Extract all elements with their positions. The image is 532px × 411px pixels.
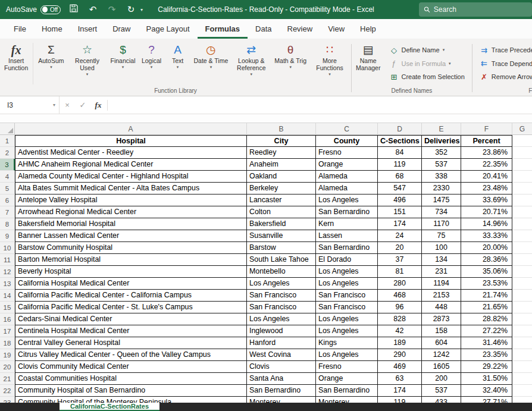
row-header-14[interactable]: 14 xyxy=(0,290,15,302)
cell[interactable]: 2330 xyxy=(422,183,461,194)
ribbon-recently-used-button[interactable]: ☆Recently Used▾ xyxy=(67,40,107,87)
cell[interactable]: 1170 xyxy=(422,218,461,230)
row-header-6[interactable]: 6 xyxy=(0,194,15,206)
cell[interactable] xyxy=(512,313,532,325)
cell[interactable] xyxy=(512,183,532,194)
cell[interactable]: California Pacific Medical Center - Cali… xyxy=(15,290,247,302)
cell[interactable] xyxy=(512,194,532,206)
cell[interactable]: Adventist Medical Center - Reedley xyxy=(15,147,247,159)
ribbon-more-functions-button[interactable]: ∷More Functions▾ xyxy=(309,40,350,87)
cell[interactable]: San Bernardino xyxy=(316,242,378,254)
cell[interactable]: San Bernardino xyxy=(316,385,378,397)
column-header-E[interactable]: E xyxy=(422,123,461,135)
cell[interactable]: 468 xyxy=(378,290,422,302)
row-header-22[interactable]: 22 xyxy=(0,385,15,397)
sheet-tab-active[interactable]: CaliforniaC-SectionRates xyxy=(60,403,159,411)
cell[interactable]: 448 xyxy=(422,302,461,313)
cell[interactable]: 604 xyxy=(422,337,461,349)
row-header-15[interactable]: 15 xyxy=(0,302,15,313)
cell[interactable]: Santa Ana xyxy=(247,373,316,385)
row-header-20[interactable]: 20 xyxy=(0,361,15,373)
cell[interactable]: Los Angeles xyxy=(247,278,316,290)
cell[interactable] xyxy=(512,325,532,337)
cell[interactable]: 2153 xyxy=(422,290,461,302)
enter-button[interactable]: ✓ xyxy=(75,101,90,109)
search-box[interactable] xyxy=(419,2,532,17)
cell[interactable]: 189 xyxy=(378,337,422,349)
tab-page-layout[interactable]: Page Layout xyxy=(139,19,198,39)
quick-access-caret-icon[interactable]: ▾ xyxy=(140,7,143,12)
row-header-5[interactable]: 5 xyxy=(0,183,15,194)
ribbon-financial-button[interactable]: $Financial▾ xyxy=(107,40,138,87)
cell[interactable]: 21.65% xyxy=(461,302,512,313)
column-header-D[interactable]: D xyxy=(378,123,422,135)
cell[interactable]: Los Angeles xyxy=(316,278,378,290)
cell[interactable]: 20.41% xyxy=(461,171,512,183)
column-header-F[interactable]: F xyxy=(461,123,512,135)
cell[interactable]: 547 xyxy=(378,183,422,194)
cell[interactable]: 23.53% xyxy=(461,278,512,290)
cell[interactable] xyxy=(512,397,532,403)
cell[interactable] xyxy=(512,373,532,385)
cell[interactable] xyxy=(512,218,532,230)
search-input[interactable] xyxy=(434,5,527,14)
cell[interactable] xyxy=(512,230,532,242)
row-header-16[interactable]: 16 xyxy=(0,313,15,325)
cell[interactable]: 2873 xyxy=(422,313,461,325)
ribbon-trace-dependents-button[interactable]: ⇇Trace Dependents xyxy=(476,57,532,70)
cell[interactable]: 75 xyxy=(422,230,461,242)
cell[interactable]: Colton xyxy=(247,206,316,218)
cell[interactable]: Coastal Communities Hospital xyxy=(15,373,247,385)
cell[interactable]: Community Hospital of San Bernardino xyxy=(15,385,247,397)
name-box-caret-icon[interactable]: ▾ xyxy=(53,102,55,108)
cell[interactable]: 23.48% xyxy=(461,183,512,194)
cell[interactable]: Bakersfield Memorial Hospital xyxy=(15,218,247,230)
tab-file[interactable]: File xyxy=(6,19,34,39)
tab-help[interactable]: Help xyxy=(352,19,384,39)
cell[interactable]: 27.71% xyxy=(461,397,512,403)
cell[interactable]: Kings xyxy=(316,337,378,349)
cell[interactable]: 734 xyxy=(422,206,461,218)
row-header-8[interactable]: 8 xyxy=(0,218,15,230)
column-header-C[interactable]: C xyxy=(316,123,378,135)
tab-view[interactable]: View xyxy=(320,19,352,39)
cell[interactable]: 1194 xyxy=(422,278,461,290)
cell[interactable] xyxy=(512,159,532,171)
cell[interactable]: 200 xyxy=(422,373,461,385)
cell[interactable]: Beverly Hospital xyxy=(15,266,247,278)
cell[interactable] xyxy=(512,302,532,313)
cell[interactable]: Fresno xyxy=(316,147,378,159)
ribbon-math-trig-button[interactable]: θMath & Trig▾ xyxy=(271,40,309,87)
cell[interactable] xyxy=(512,290,532,302)
row-header-17[interactable]: 17 xyxy=(0,325,15,337)
cell[interactable]: Percent xyxy=(461,135,512,147)
cell[interactable]: 27.22% xyxy=(461,325,512,337)
cell[interactable]: 151 xyxy=(378,206,422,218)
cell[interactable]: 338 xyxy=(422,171,461,183)
cell[interactable]: 23.35% xyxy=(461,349,512,361)
cell[interactable] xyxy=(512,135,532,147)
cell[interactable] xyxy=(512,337,532,349)
cell[interactable]: 174 xyxy=(378,385,422,397)
cell[interactable]: 20.00% xyxy=(461,242,512,254)
save-button[interactable] xyxy=(68,0,80,19)
cell[interactable]: Monterey xyxy=(316,397,378,403)
column-header-G[interactable]: G xyxy=(512,123,532,135)
cell[interactable]: AHMC Anaheim Regional Medical Center xyxy=(15,159,247,171)
tab-home[interactable]: Home xyxy=(34,19,70,39)
cell[interactable]: West Covina xyxy=(247,349,316,361)
cell[interactable]: 119 xyxy=(378,159,422,171)
cell[interactable]: 33.69% xyxy=(461,194,512,206)
cell[interactable]: 63 xyxy=(378,373,422,385)
column-header-A[interactable]: A xyxy=(15,123,247,135)
row-header-10[interactable]: 10 xyxy=(0,242,15,254)
tab-insert[interactable]: Insert xyxy=(70,19,105,39)
row-header-4[interactable]: 4 xyxy=(0,171,15,183)
cell[interactable]: 22.35% xyxy=(461,159,512,171)
cell[interactable]: Orange xyxy=(316,373,378,385)
cell[interactable] xyxy=(512,147,532,159)
tab-data[interactable]: Data xyxy=(248,19,279,39)
cell[interactable]: 1475 xyxy=(422,194,461,206)
row-header-2[interactable]: 2 xyxy=(0,147,15,159)
formula-input[interactable] xyxy=(109,96,532,114)
